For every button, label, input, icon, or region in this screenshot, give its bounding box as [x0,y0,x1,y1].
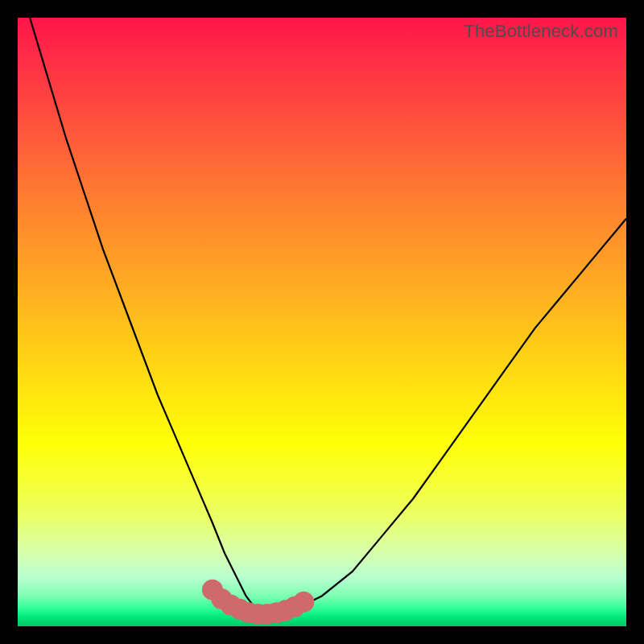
chart-frame: TheBottleneck.com [0,0,644,644]
highlight-dot [298,597,309,608]
highlight-segment-group [207,584,309,620]
bottleneck-curve-path [30,18,626,614]
chart-svg [18,18,626,626]
chart-plot-area: TheBottleneck.com [18,18,626,626]
